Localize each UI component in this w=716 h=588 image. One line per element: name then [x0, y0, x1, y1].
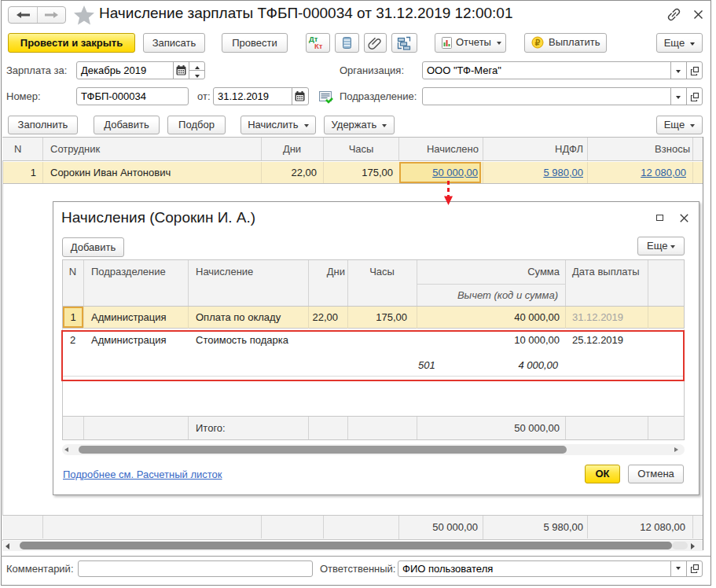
svg-text:₽: ₽	[535, 39, 541, 47]
